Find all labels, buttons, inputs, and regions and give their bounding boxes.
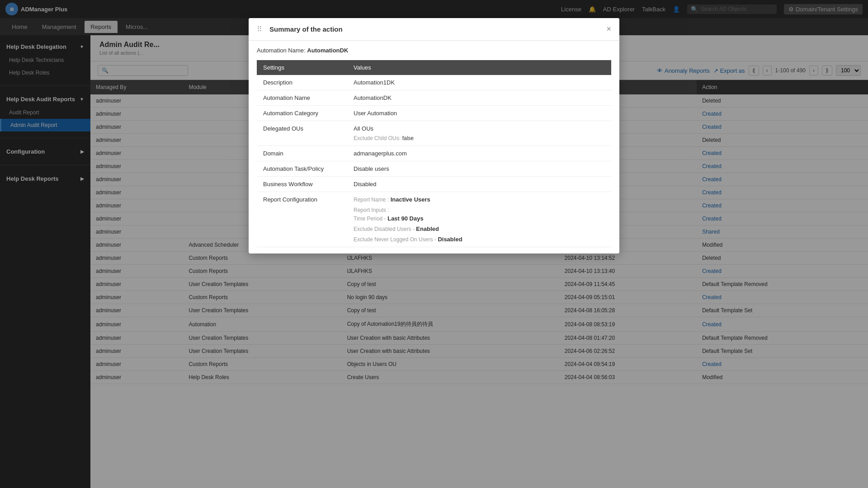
modal-table: Settings Values DescriptionAutomation1DK… [257, 60, 611, 247]
modal-cell-setting: Delegated OUs [257, 121, 347, 146]
modal-scroll[interactable]: Settings Values DescriptionAutomation1DK… [257, 60, 611, 247]
modal-table-row: Report Configuration Report Name : Inact… [257, 192, 611, 247]
modal-cell-setting: Automation Task/Policy [257, 161, 347, 177]
modal-table-row: Delegated OUsAll OUsExclude Child OUs: f… [257, 121, 611, 146]
modal-cell-value: All OUsExclude Child OUs: false [347, 121, 611, 146]
modal-cell-value: Disable users [347, 161, 611, 177]
modal-overlay: ⠿ Summary of the action × Automation Nam… [0, 0, 868, 488]
modal-cell-setting: Report Configuration [257, 192, 347, 247]
modal-cell-setting: Description [257, 75, 347, 90]
modal-table-row: Automation Task/PolicyDisable users [257, 161, 611, 177]
modal-cell-setting: Business Workflow [257, 177, 347, 192]
modal-header: ⠿ Summary of the action × [249, 18, 619, 41]
modal-cell-setting: Automation Category [257, 106, 347, 121]
modal-cell-value: Automation1DK [347, 75, 611, 90]
modal-body: Automation Name: AutomationDK Settings V… [249, 41, 619, 253]
modal-table-row: DescriptionAutomation1DK [257, 75, 611, 90]
automation-label: Automation Name: [257, 47, 306, 54]
modal-col-values: Values [347, 60, 611, 75]
modal-table-row: Domainadmanagerplus.com [257, 146, 611, 161]
modal-close-button[interactable]: × [606, 24, 611, 34]
modal-table-row: Business WorkflowDisabled [257, 177, 611, 192]
drag-handle-icon: ⠿ [257, 25, 262, 33]
modal-cell-value: AutomationDK [347, 90, 611, 106]
automation-name-row: Automation Name: AutomationDK [257, 47, 611, 54]
modal-table-row: Automation NameAutomationDK [257, 90, 611, 106]
modal-cell-value: admanagerplus.com [347, 146, 611, 161]
modal-cell-setting: Domain [257, 146, 347, 161]
automation-name-value: AutomationDK [307, 47, 348, 54]
modal-cell-value: User Automation [347, 106, 611, 121]
modal-cell-value: Disabled [347, 177, 611, 192]
modal-cell-setting: Automation Name [257, 90, 347, 106]
modal-col-settings: Settings [257, 60, 347, 75]
modal-title: Summary of the action [269, 25, 343, 33]
modal-cell-value-report: Report Name : Inactive Users Report Inpu… [347, 192, 611, 247]
modal-table-row: Automation CategoryUser Automation [257, 106, 611, 121]
modal-summary: ⠿ Summary of the action × Automation Nam… [249, 18, 619, 253]
